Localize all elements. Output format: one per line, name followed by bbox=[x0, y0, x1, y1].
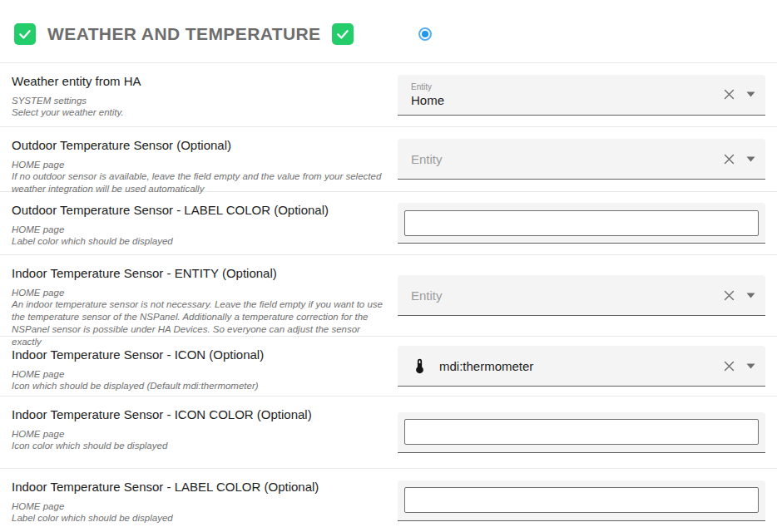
thermometer-icon bbox=[411, 357, 428, 375]
clear-icon[interactable] bbox=[722, 152, 736, 166]
check-icon bbox=[17, 27, 32, 42]
color-input-field bbox=[398, 412, 765, 453]
select-value: Home bbox=[411, 93, 715, 107]
setting-context: HOME page bbox=[12, 428, 388, 441]
setting-text-block: Indoor Temperature Sensor - ENTITY (Opti… bbox=[0, 255, 398, 347]
section-title: WEATHER AND TEMPERATURE bbox=[47, 24, 320, 44]
select-text: Entity bbox=[411, 288, 715, 303]
setting-text-block: Weather entity from HA SYSTEM settings S… bbox=[0, 63, 398, 119]
settings-row: Outdoor Temperature Sensor - LABEL COLOR… bbox=[0, 191, 777, 254]
select-text: Entity bbox=[411, 152, 715, 166]
setting-description: Icon which should be displayed (Default … bbox=[12, 380, 388, 392]
setting-control bbox=[398, 412, 765, 453]
setting-control: Entity Home bbox=[398, 75, 765, 116]
entity-select[interactable]: Entity bbox=[398, 275, 765, 316]
setting-text-block: Indoor Temperature Sensor - ICON COLOR (… bbox=[0, 397, 398, 452]
settings-rows: Weather entity from HA SYSTEM settings S… bbox=[0, 62, 777, 532]
setting-text-block: Outdoor Temperature Sensor - LABEL COLOR… bbox=[0, 192, 398, 248]
chevron-down-icon[interactable] bbox=[746, 293, 755, 298]
clear-icon[interactable] bbox=[722, 87, 736, 101]
setting-text-block: Indoor Temperature Sensor - LABEL COLOR … bbox=[0, 469, 398, 525]
setting-title: Indoor Temperature Sensor - ENTITY (Opti… bbox=[12, 266, 388, 282]
setting-title: Indoor Temperature Sensor - ICON (Option… bbox=[12, 347, 388, 363]
clear-icon[interactable] bbox=[722, 288, 736, 303]
select-text: Entity Home bbox=[411, 82, 715, 107]
setting-text-block: Outdoor Temperature Sensor (Optional) HO… bbox=[0, 127, 398, 195]
setting-description: Select your weather entity. bbox=[12, 106, 388, 119]
color-input-field bbox=[398, 203, 765, 244]
chevron-down-icon[interactable] bbox=[746, 156, 755, 162]
setting-context: HOME page bbox=[12, 287, 388, 299]
check-icon bbox=[335, 27, 350, 42]
settings-row: Indoor Temperature Sensor - LABEL COLOR … bbox=[0, 468, 777, 532]
entity-select[interactable]: Entity Home bbox=[398, 75, 765, 116]
section-header: WEATHER AND TEMPERATURE bbox=[0, 0, 777, 62]
setting-context: HOME page bbox=[12, 224, 388, 236]
select-floating-label: Entity bbox=[411, 82, 715, 91]
setting-title: Outdoor Temperature Sensor (Optional) bbox=[12, 138, 388, 154]
settings-row: Indoor Temperature Sensor - ICON (Option… bbox=[0, 336, 777, 396]
setting-context: SYSTEM settings bbox=[12, 95, 388, 107]
setting-title: Outdoor Temperature Sensor - LABEL COLOR… bbox=[12, 203, 388, 219]
section-radio-button[interactable] bbox=[418, 27, 432, 41]
color-text-input[interactable] bbox=[404, 419, 759, 445]
settings-row: Outdoor Temperature Sensor (Optional) HO… bbox=[0, 126, 777, 191]
setting-context: HOME page bbox=[12, 368, 388, 381]
select-value: Entity bbox=[411, 152, 715, 166]
setting-control: Entity bbox=[398, 139, 765, 180]
setting-control: Entity bbox=[398, 275, 765, 316]
setting-description: Icon color which should be displayed bbox=[12, 440, 388, 452]
section-enabled-checkbox[interactable] bbox=[14, 23, 36, 45]
settings-row: Indoor Temperature Sensor - ENTITY (Opti… bbox=[0, 254, 777, 336]
settings-row: Weather entity from HA SYSTEM settings S… bbox=[0, 62, 777, 126]
setting-control: mdi:thermometer bbox=[398, 346, 765, 387]
chevron-down-icon[interactable] bbox=[746, 91, 755, 97]
setting-context: HOME page bbox=[12, 159, 388, 171]
setting-title: Indoor Temperature Sensor - LABEL COLOR … bbox=[12, 480, 388, 495]
select-value: mdi:thermometer bbox=[439, 359, 715, 373]
settings-row: Indoor Temperature Sensor - ICON COLOR (… bbox=[0, 396, 777, 468]
setting-control bbox=[398, 203, 765, 244]
setting-control bbox=[398, 480, 765, 521]
setting-title: Weather entity from HA bbox=[12, 74, 388, 90]
color-text-input[interactable] bbox=[404, 487, 759, 513]
clear-icon[interactable] bbox=[722, 359, 736, 373]
section-secondary-checkbox[interactable] bbox=[332, 23, 354, 45]
setting-context: HOME page bbox=[12, 500, 388, 513]
setting-title: Indoor Temperature Sensor - ICON COLOR (… bbox=[12, 407, 388, 423]
entity-select[interactable]: Entity bbox=[398, 139, 765, 180]
select-value: Entity bbox=[411, 288, 715, 303]
setting-description: Label color which should be displayed bbox=[12, 512, 388, 525]
setting-description: Label color which should be displayed bbox=[12, 235, 388, 248]
setting-text-block: Indoor Temperature Sensor - ICON (Option… bbox=[0, 337, 398, 392]
radio-dot-icon bbox=[422, 31, 428, 37]
color-input-field bbox=[398, 480, 765, 521]
color-text-input[interactable] bbox=[404, 210, 759, 236]
chevron-down-icon[interactable] bbox=[746, 363, 755, 369]
icon-select[interactable]: mdi:thermometer bbox=[398, 346, 765, 387]
